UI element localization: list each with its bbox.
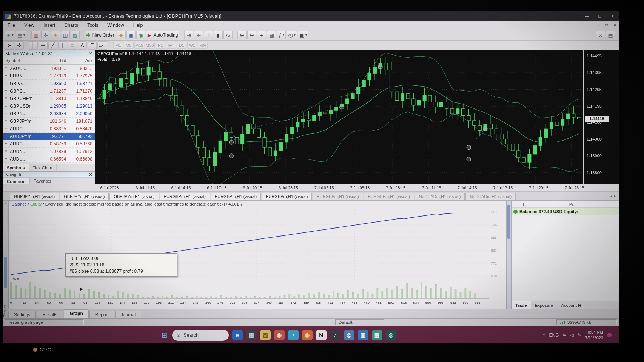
periods-button[interactable]: ◷▾ [287, 31, 297, 39]
menu-item-charts[interactable]: Charts [60, 22, 83, 29]
taskbar-notion-icon[interactable]: N [316, 330, 327, 340]
timeframe-button-m5[interactable]: M5 [124, 42, 134, 49]
taskbar-store-icon[interactable]: ▣ [358, 330, 368, 340]
child-close-button[interactable]: ✕ [611, 23, 619, 27]
fibonacci-tool-button[interactable]: ≣ [68, 41, 77, 50]
time-axis[interactable]: 6 Jul 20236 Jul 11:156 Jul 14:156 Jul 17… [3, 184, 619, 192]
market-watch-row[interactable]: ▼GBPC...1.712371.71270 [3, 87, 95, 95]
taskbar-obs-icon[interactable]: ◎ [386, 330, 396, 340]
candlestick-chart[interactable]: GBPCHFm,M15 1.14142 1.14143 1.14111 1.14… [95, 50, 583, 184]
market-watch-close-icon[interactable]: ✕ [89, 51, 92, 56]
market-watch-row[interactable]: ▼AUDJPYm93.77193.792 [3, 133, 95, 140]
column-ask[interactable]: Ask [68, 57, 95, 64]
chart-tab[interactable]: NZDCADm,H1 (visual) [465, 193, 516, 200]
tab-symbols[interactable]: Symbols [3, 164, 29, 171]
start-button[interactable]: ⊞ [162, 331, 168, 340]
status-profile[interactable]: Default [335, 319, 384, 325]
navigator-close-icon[interactable]: ✕ [89, 172, 92, 177]
zoom-out-button[interactable]: ⊖ [247, 31, 256, 39]
label-tool-button[interactable]: T [88, 41, 97, 50]
timeframe-button-m15[interactable]: M15 [134, 42, 144, 49]
child-restore-button[interactable]: □ [602, 23, 611, 27]
tab-tick-chart[interactable]: Tick Chart [29, 164, 57, 171]
taskbar-explorer-icon[interactable]: ▨ [260, 330, 271, 340]
taskbar-search-input[interactable]: ⊙ Search [172, 330, 229, 341]
chart-tab[interactable]: EURGBPm,H1 (visual) [364, 193, 414, 200]
zoom-in-button[interactable]: ⊕ [237, 31, 247, 39]
market-watch-row[interactable]: ▼AUDU...0.665940.66608 [3, 155, 95, 163]
menu-item-window[interactable]: Window [103, 22, 128, 29]
print-icon-button[interactable]: ▤ [606, 31, 615, 39]
tester-graph-panel[interactable]: Balance / Equity / Every tick (the most … [8, 201, 507, 309]
tester-tab-report[interactable]: Report [89, 311, 114, 318]
column-bid[interactable]: Bid [42, 57, 69, 64]
status-connection[interactable]: 32950/49 kb [556, 319, 617, 325]
profiles-button[interactable]: ▤▾ [16, 31, 26, 39]
minimize-button[interactable]: ─ [581, 14, 593, 19]
chart-tab[interactable]: GBPJPYm,H1 (visual) [60, 193, 109, 200]
tile-windows-button[interactable]: ⊞ [257, 31, 266, 39]
market-watch-row[interactable]: ▼GBPJPYm181.646181.671 [3, 118, 95, 125]
tester-left-scrollbar[interactable] [4, 257, 7, 288]
price-axis[interactable]: 1.144951.143951.142951.141951.141001.140… [583, 50, 619, 184]
terminal-tab-account-h[interactable]: Account H [557, 301, 585, 309]
timeframe-button-w1[interactable]: W1 [187, 42, 197, 49]
timeframe-button-d1[interactable]: D1 [177, 42, 186, 49]
chart-tab[interactable]: GBPJPYm,H1 (visual) [109, 193, 159, 200]
pen-icon[interactable]: ✎ [578, 333, 581, 338]
chart-shift-button[interactable]: ⇤ [194, 31, 203, 39]
chart-tab[interactable]: EURGBPm,H1 (visual) [160, 193, 210, 200]
tab-common[interactable]: Common [3, 178, 30, 184]
balance-row[interactable]: Balance: 972.49 USD Equity: [512, 208, 619, 215]
autotrading-button[interactable]: ▶AutoTrading [146, 31, 180, 39]
market-watch-row[interactable]: ▼AUDC...0.883950.88420 [3, 125, 95, 133]
volume-icon[interactable]: ◁ [570, 333, 574, 338]
menu-item-help[interactable]: Help [129, 22, 148, 29]
crosshair-tool-button[interactable]: ✛ [15, 41, 24, 50]
channel-tool-button[interactable]: ∥ [58, 41, 67, 50]
child-minimize-button[interactable]: ─ [594, 23, 602, 27]
cascade-windows-button[interactable]: ▩ [267, 31, 276, 39]
taskbar-firefox-icon[interactable]: ◉ [302, 330, 313, 340]
tester-tab-journal[interactable]: Journal [115, 311, 141, 318]
menu-item-view[interactable]: View [20, 22, 39, 29]
templates-button[interactable]: ▣▾ [298, 31, 308, 39]
tray-language-label[interactable]: ENG [549, 333, 559, 338]
chart-tab[interactable]: NZDCADm,H1 (visual) [415, 193, 465, 200]
search-icon-button[interactable]: ⊙ [596, 31, 605, 39]
market-watch-row[interactable]: ▲GBPA...1.936931.93721 [3, 80, 95, 87]
bar-chart-button[interactable]: ǁ [204, 31, 213, 39]
menu-item-tools[interactable]: Tools [83, 22, 103, 29]
taskbar-clock[interactable]: 9:04 PM 7/11/2023 [585, 330, 603, 340]
notification-dot[interactable] [607, 333, 612, 337]
taskbar-edge-icon[interactable]: e [232, 330, 243, 340]
menu-item-file[interactable]: File [3, 22, 20, 29]
text-tool-button[interactable]: A [78, 41, 87, 50]
autoscroll-button[interactable]: ⇥ [184, 31, 193, 39]
chart-tab[interactable]: EURGBPm,H1 (visual) [211, 193, 261, 200]
shapes-tool-button[interactable]: ▱▾ [97, 41, 107, 50]
timeframe-button-m30[interactable]: M30 [145, 42, 155, 49]
new-chart-button[interactable]: ⊞▾ [5, 31, 15, 39]
horizontal-line-tool-button[interactable]: ─ [39, 41, 48, 50]
tester-close-icon[interactable]: ✕ [4, 201, 7, 205]
tab-favorites[interactable]: Favorites [30, 178, 55, 184]
taskbar-media-player-icon[interactable]: ♪ [330, 330, 340, 340]
market-watch-row[interactable]: ▼AUDN...1.078891.07912 [3, 148, 95, 155]
trendline-tool-button[interactable]: ╱ [48, 41, 57, 50]
market-watch-button[interactable]: ▥ [31, 31, 40, 39]
timeframe-button-h1[interactable]: H1 [156, 42, 165, 49]
taskbar-chrome2-icon[interactable]: ◎ [344, 330, 354, 340]
strategy-tester-button[interactable]: ▧ [71, 31, 80, 39]
taskbar-edge-beta-icon[interactable]: ◔ [288, 330, 299, 340]
scroll-left-icon[interactable]: ◂ [610, 194, 612, 198]
timeframe-button-h4[interactable]: H4 [166, 42, 176, 49]
wifi-icon[interactable]: ∿ [563, 333, 567, 338]
timeframe-button-mn[interactable]: MN [198, 42, 208, 49]
tester-vertical-scrollbar[interactable] [507, 201, 511, 309]
taskbar-chrome-icon[interactable]: ◉ [274, 330, 285, 340]
indicators-button[interactable]: ƒ▾ [277, 31, 286, 39]
terminal-tab-trade[interactable]: Trade [512, 301, 531, 309]
weather-widget[interactable]: 30°C [33, 347, 51, 353]
vertical-line-tool-button[interactable]: │ [29, 41, 38, 50]
